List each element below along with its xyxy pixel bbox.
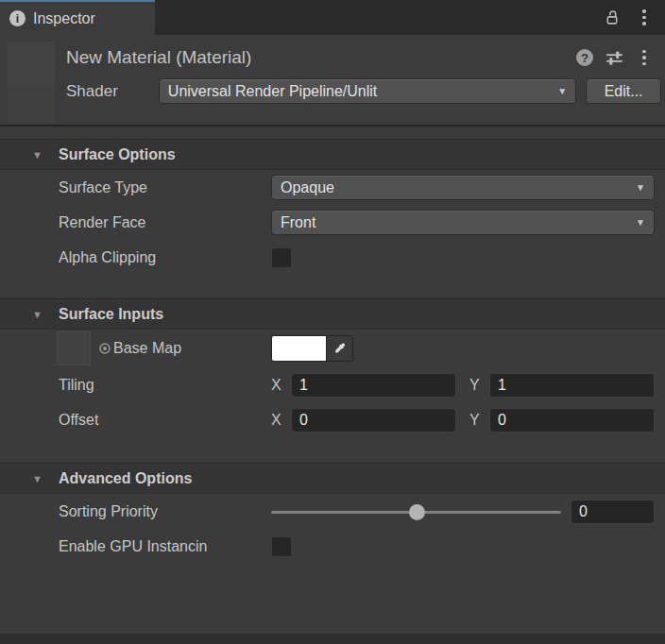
- gpu-instancing-row: Enable GPU Instancin: [0, 529, 665, 564]
- alpha-clipping-label: Alpha Clipping: [59, 249, 271, 266]
- tiling-x-axis-label: X: [271, 377, 284, 394]
- offset-x-axis-label: X: [271, 412, 284, 429]
- surface-type-dropdown[interactable]: Opaque ▼: [271, 175, 655, 200]
- shader-dropdown-value: Universal Render Pipeline/Unlit: [168, 83, 552, 100]
- sorting-priority-label: Sorting Priority: [59, 503, 271, 520]
- presets-icon[interactable]: [605, 48, 623, 67]
- tab-label: Inspector: [33, 10, 95, 27]
- render-face-row: Render Face Front ▼: [0, 205, 665, 240]
- foldout-arrow-icon[interactable]: ▼: [32, 473, 59, 484]
- gpu-instancing-label: Enable GPU Instancin: [59, 538, 271, 555]
- unlock-icon[interactable]: [603, 8, 622, 27]
- section-surface-inputs[interactable]: ▼ Surface Inputs: [0, 298, 665, 330]
- base-map-color-control: [271, 335, 353, 362]
- alpha-clipping-checkbox[interactable]: [271, 247, 292, 268]
- sorting-priority-row: Sorting Priority: [0, 494, 665, 529]
- material-menu-icon[interactable]: [635, 48, 654, 67]
- offset-row: Offset X Y: [0, 402, 665, 437]
- section-advanced-options[interactable]: ▼ Advanced Options: [0, 463, 665, 494]
- tiling-y-input[interactable]: [489, 373, 655, 398]
- material-preview-thumbnail-lower: [8, 89, 55, 123]
- inspector-body: ▼ Surface Options Surface Type Opaque ▼ …: [0, 139, 665, 564]
- section-title: Surface Inputs: [59, 306, 163, 323]
- material-header: New Material (Material) ? Shader: [0, 35, 665, 125]
- tiling-row: Tiling X Y: [0, 367, 665, 402]
- section-surface-options[interactable]: ▼ Surface Options: [0, 139, 665, 170]
- render-face-value: Front: [281, 214, 630, 231]
- offset-label: Offset: [59, 412, 271, 429]
- chevron-down-icon: ▼: [636, 182, 645, 193]
- inspector-window: i Inspector New Material (Material) ?: [0, 0, 665, 644]
- sorting-priority-slider[interactable]: [271, 503, 561, 520]
- tab-inspector[interactable]: i Inspector: [0, 0, 155, 35]
- tiling-label: Tiling: [59, 377, 271, 394]
- chevron-down-icon: ▼: [636, 217, 645, 228]
- section-title: Advanced Options: [59, 470, 192, 487]
- foldout-arrow-icon[interactable]: ▼: [32, 149, 59, 161]
- section-title: Surface Options: [59, 146, 176, 163]
- foldout-arrow-icon[interactable]: ▼: [32, 309, 59, 320]
- material-title: New Material (Material): [66, 47, 576, 68]
- offset-y-input[interactable]: [489, 408, 655, 432]
- chevron-down-icon: ▼: [557, 86, 567, 96]
- object-picker-icon[interactable]: [98, 342, 111, 355]
- render-face-dropdown[interactable]: Front ▼: [271, 210, 655, 235]
- offset-x-input[interactable]: [291, 408, 456, 432]
- help-icon[interactable]: ?: [576, 49, 593, 66]
- alpha-clipping-row: Alpha Clipping: [0, 240, 665, 275]
- tiling-y-axis-label: Y: [469, 377, 483, 394]
- base-map-color-swatch[interactable]: [272, 336, 326, 361]
- eyedropper-icon[interactable]: [326, 336, 352, 361]
- base-map-label: Base Map: [113, 340, 181, 357]
- surface-type-label: Surface Type: [59, 179, 271, 196]
- sorting-priority-input[interactable]: [571, 500, 655, 524]
- tab-bar: i Inspector: [0, 0, 665, 35]
- slider-thumb[interactable]: [409, 504, 425, 520]
- tab-bar-actions: [603, 0, 665, 35]
- window-menu-icon[interactable]: [635, 8, 654, 27]
- base-map-row: Base Map: [0, 330, 665, 367]
- tiling-x-input[interactable]: [291, 373, 456, 398]
- material-preview-thumbnail[interactable]: [8, 42, 55, 89]
- render-face-label: Render Face: [59, 214, 271, 231]
- edit-shader-button[interactable]: Edit...: [586, 78, 661, 104]
- info-icon: i: [9, 10, 26, 26]
- shader-dropdown[interactable]: Universal Render Pipeline/Unlit ▼: [159, 78, 576, 104]
- surface-type-value: Opaque: [281, 179, 630, 196]
- gpu-instancing-checkbox[interactable]: [271, 536, 292, 557]
- offset-y-axis-label: Y: [469, 412, 483, 429]
- shader-label: Shader: [66, 82, 159, 101]
- bottom-edge: [0, 634, 665, 644]
- base-map-texture-slot[interactable]: [57, 331, 91, 365]
- header-divider: [0, 125, 665, 127]
- surface-type-row: Surface Type Opaque ▼: [0, 170, 665, 205]
